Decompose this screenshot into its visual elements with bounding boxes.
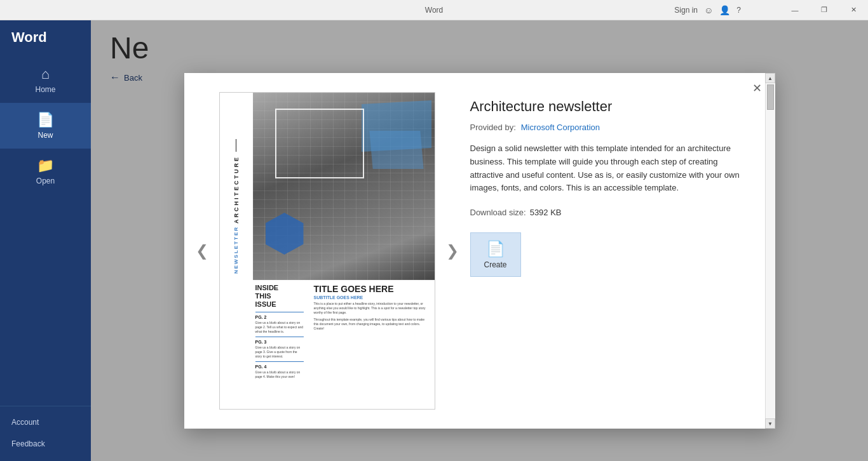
user-icon: 👤	[719, 5, 730, 15]
sidebar-item-account[interactable]: Account	[0, 411, 91, 433]
create-button-container: 📄 Create	[470, 232, 521, 277]
template-description: Design a solid newsletter with this temp…	[470, 142, 746, 195]
sidebar-item-open-label: Open	[36, 177, 55, 185]
sidebar-item-feedback[interactable]: Feedback	[0, 433, 91, 455]
dialog-overlay: ✕ ❮	[91, 20, 868, 461]
prev-arrow-button[interactable]: ❮	[191, 239, 214, 262]
scroll-down-button[interactable]: ▼	[765, 418, 775, 429]
provider-row: Provided by: Microsoft Corporation	[470, 123, 746, 132]
next-arrow-button[interactable]: ❯	[441, 239, 464, 262]
minimize-button[interactable]: —	[780, 0, 810, 20]
tmpl-subtitle: SUBTITLE GOES HERE	[314, 295, 430, 300]
maximize-button[interactable]: ❐	[810, 0, 839, 20]
sidebar-item-home-label: Home	[35, 85, 55, 94]
sidebar-item-new[interactable]: 📄 New	[0, 103, 91, 149]
sidebar-item-new-label: New	[37, 131, 53, 140]
template-preview-panel: ❮ ARCHITECTURE NEWSLETTER	[203, 92, 451, 410]
scroll-up-button[interactable]: ▲	[765, 73, 775, 83]
tmpl-sidebar-news-text: NEWSLETTER	[233, 226, 239, 274]
provider-link[interactable]: Microsoft Corporation	[521, 123, 600, 132]
tmpl-inside-text: INSIDETHISISSUE	[255, 284, 304, 309]
sidebar-bottom: Account Feedback Options	[0, 406, 91, 461]
scrollbar-thumb[interactable]	[767, 84, 774, 110]
new-icon: 📄	[37, 112, 54, 128]
download-size-value: 5392 KB	[530, 208, 562, 217]
sidebar-item-open[interactable]: 📁 Open	[0, 149, 91, 194]
tmpl-sidebar-arch-text: ARCHITECTURE	[233, 156, 240, 224]
download-size-label: Download size:	[470, 208, 526, 217]
template-dialog: ✕ ❮	[184, 73, 775, 429]
help-icon[interactable]: ?	[736, 6, 741, 15]
sidebar-item-options[interactable]: Options	[0, 455, 91, 461]
close-button[interactable]: ✕	[839, 0, 868, 20]
download-size-row: Download size: 5392 KB	[470, 208, 746, 217]
provider-label: Provided by:	[470, 123, 516, 132]
sidebar-item-home[interactable]: ⌂ Home	[0, 57, 91, 103]
template-info-panel: Architecture newsletter Provided by: Mic…	[470, 92, 746, 410]
scrollbar-track	[766, 83, 775, 418]
smiley-icon: ☺	[704, 5, 713, 15]
sidebar-app-title: Word	[0, 20, 91, 57]
main-content: Ne ← Back ✕ ❮	[91, 20, 868, 461]
create-button[interactable]: 📄 Create	[470, 232, 521, 277]
dialog-close-button[interactable]: ✕	[749, 79, 766, 97]
titlebar-app-name: Word	[425, 6, 443, 15]
sidebar-nav: ⌂ Home 📄 New 📁 Open	[0, 57, 91, 406]
template-preview-image: ARCHITECTURE NEWSLETTER	[219, 92, 435, 410]
tmpl-title-big: TITLE GOES HERE	[314, 284, 430, 294]
dialog-body: ❮ ARCHITECTURE NEWSLETTER	[184, 73, 765, 429]
dialog-scrollbar: ▲ ▼	[765, 73, 775, 429]
template-title: Architecture newsletter	[470, 98, 746, 115]
sign-in-button[interactable]: Sign in	[674, 6, 698, 15]
open-icon: 📁	[37, 157, 54, 174]
create-label: Create	[484, 260, 506, 269]
sidebar: Word ⌂ Home 📄 New 📁 Open Account Feedbac…	[0, 20, 91, 461]
home-icon: ⌂	[41, 66, 50, 83]
create-icon: 📄	[486, 240, 505, 258]
